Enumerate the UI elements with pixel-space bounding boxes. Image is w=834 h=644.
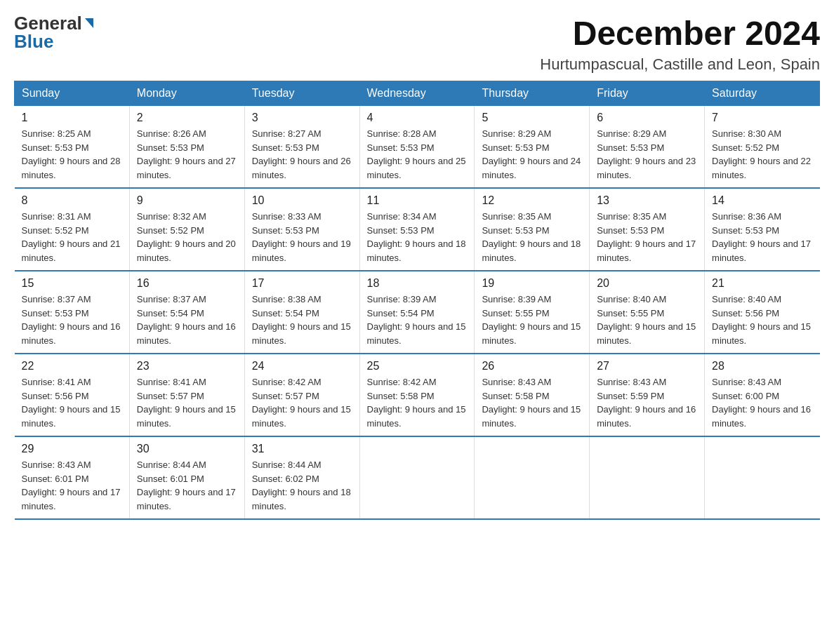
day-info: Sunrise: 8:26 AM Sunset: 5:53 PM Dayligh…: [137, 127, 237, 182]
calendar-day-cell: 8 Sunrise: 8:31 AM Sunset: 5:52 PM Dayli…: [15, 188, 130, 271]
day-info: Sunrise: 8:36 AM Sunset: 5:53 PM Dayligh…: [712, 210, 812, 264]
calendar-day-cell: 13 Sunrise: 8:35 AM Sunset: 5:53 PM Dayl…: [590, 188, 705, 271]
calendar-day-cell: 4 Sunrise: 8:28 AM Sunset: 5:53 PM Dayli…: [359, 106, 475, 189]
calendar-table: SundayMondayTuesdayWednesdayThursdayFrid…: [14, 81, 820, 520]
day-info: Sunrise: 8:33 AM Sunset: 5:53 PM Dayligh…: [252, 210, 352, 264]
calendar-day-cell: 25 Sunrise: 8:42 AM Sunset: 5:58 PM Dayl…: [359, 354, 475, 436]
day-number: 17: [252, 277, 352, 290]
calendar-day-cell: 20 Sunrise: 8:40 AM Sunset: 5:55 PM Dayl…: [590, 271, 705, 354]
calendar-day-cell: 5 Sunrise: 8:29 AM Sunset: 5:53 PM Dayli…: [475, 106, 590, 189]
calendar-day-cell: 14 Sunrise: 8:36 AM Sunset: 5:53 PM Dayl…: [705, 188, 820, 271]
calendar-week-row: 15 Sunrise: 8:37 AM Sunset: 5:53 PM Dayl…: [15, 271, 820, 354]
day-number: 20: [597, 277, 697, 290]
day-number: 21: [712, 277, 812, 290]
calendar-day-cell: 24 Sunrise: 8:42 AM Sunset: 5:57 PM Dayl…: [244, 354, 359, 436]
day-info: Sunrise: 8:39 AM Sunset: 5:54 PM Dayligh…: [367, 293, 468, 347]
logo: General Blue: [14, 14, 93, 51]
day-info: Sunrise: 8:37 AM Sunset: 5:53 PM Dayligh…: [22, 293, 122, 347]
calendar-day-cell: 30 Sunrise: 8:44 AM Sunset: 6:01 PM Dayl…: [129, 436, 244, 519]
day-info: Sunrise: 8:37 AM Sunset: 5:54 PM Dayligh…: [137, 293, 237, 347]
day-number: 12: [482, 194, 582, 207]
calendar-day-cell: 12 Sunrise: 8:35 AM Sunset: 5:53 PM Dayl…: [475, 188, 590, 271]
calendar-week-row: 1 Sunrise: 8:25 AM Sunset: 5:53 PM Dayli…: [15, 106, 820, 189]
day-number: 22: [22, 360, 122, 373]
calendar-day-cell: 3 Sunrise: 8:27 AM Sunset: 5:53 PM Dayli…: [244, 106, 359, 189]
month-title: December 2024: [540, 14, 820, 53]
day-number: 31: [252, 443, 352, 455]
day-info: Sunrise: 8:41 AM Sunset: 5:57 PM Dayligh…: [137, 375, 237, 430]
calendar-day-cell: 28 Sunrise: 8:43 AM Sunset: 6:00 PM Dayl…: [705, 354, 820, 436]
day-info: Sunrise: 8:32 AM Sunset: 5:52 PM Dayligh…: [137, 210, 237, 264]
day-number: 8: [22, 194, 122, 207]
calendar-header-cell: Tuesday: [244, 81, 359, 106]
day-number: 2: [137, 112, 237, 124]
location-title: Hurtumpascual, Castille and Leon, Spain: [540, 55, 820, 74]
calendar-day-cell: [705, 436, 820, 519]
day-number: 4: [367, 112, 468, 124]
day-number: 23: [137, 360, 237, 373]
day-number: 13: [597, 194, 697, 207]
day-info: Sunrise: 8:27 AM Sunset: 5:53 PM Dayligh…: [252, 127, 352, 182]
day-number: 10: [252, 194, 352, 207]
day-number: 26: [482, 360, 582, 373]
calendar-day-cell: 17 Sunrise: 8:38 AM Sunset: 5:54 PM Dayl…: [244, 271, 359, 354]
calendar-day-cell: 18 Sunrise: 8:39 AM Sunset: 5:54 PM Dayl…: [359, 271, 475, 354]
day-info: Sunrise: 8:39 AM Sunset: 5:55 PM Dayligh…: [482, 293, 582, 347]
calendar-day-cell: [475, 436, 590, 519]
calendar-day-cell: 26 Sunrise: 8:43 AM Sunset: 5:58 PM Dayl…: [475, 354, 590, 436]
page-header: General Blue December 2024 Hurtumpascual…: [14, 14, 820, 74]
day-number: 14: [712, 194, 812, 207]
day-number: 28: [712, 360, 812, 373]
calendar-day-cell: 16 Sunrise: 8:37 AM Sunset: 5:54 PM Dayl…: [129, 271, 244, 354]
day-info: Sunrise: 8:41 AM Sunset: 5:56 PM Dayligh…: [22, 375, 122, 430]
day-number: 18: [367, 277, 468, 290]
calendar-day-cell: 31 Sunrise: 8:44 AM Sunset: 6:02 PM Dayl…: [244, 436, 359, 519]
calendar-header-cell: Sunday: [15, 81, 130, 106]
day-number: 1: [22, 112, 122, 124]
day-number: 16: [137, 277, 237, 290]
day-number: 7: [712, 112, 812, 124]
calendar-header-row: SundayMondayTuesdayWednesdayThursdayFrid…: [15, 81, 820, 106]
calendar-day-cell: [590, 436, 705, 519]
calendar-day-cell: 2 Sunrise: 8:26 AM Sunset: 5:53 PM Dayli…: [129, 106, 244, 189]
calendar-day-cell: 11 Sunrise: 8:34 AM Sunset: 5:53 PM Dayl…: [359, 188, 475, 271]
day-info: Sunrise: 8:44 AM Sunset: 6:02 PM Dayligh…: [252, 458, 352, 513]
calendar-week-row: 8 Sunrise: 8:31 AM Sunset: 5:52 PM Dayli…: [15, 188, 820, 271]
day-number: 25: [367, 360, 468, 373]
calendar-body: 1 Sunrise: 8:25 AM Sunset: 5:53 PM Dayli…: [15, 106, 820, 520]
calendar-day-cell: 23 Sunrise: 8:41 AM Sunset: 5:57 PM Dayl…: [129, 354, 244, 436]
calendar-day-cell: 10 Sunrise: 8:33 AM Sunset: 5:53 PM Dayl…: [244, 188, 359, 271]
day-number: 6: [597, 112, 697, 124]
calendar-day-cell: 21 Sunrise: 8:40 AM Sunset: 5:56 PM Dayl…: [705, 271, 820, 354]
calendar-week-row: 22 Sunrise: 8:41 AM Sunset: 5:56 PM Dayl…: [15, 354, 820, 436]
day-info: Sunrise: 8:43 AM Sunset: 5:59 PM Dayligh…: [597, 375, 697, 430]
calendar-header-cell: Thursday: [475, 81, 590, 106]
calendar-day-cell: 1 Sunrise: 8:25 AM Sunset: 5:53 PM Dayli…: [15, 106, 130, 189]
day-info: Sunrise: 8:29 AM Sunset: 5:53 PM Dayligh…: [597, 127, 697, 182]
day-number: 30: [137, 443, 237, 455]
day-info: Sunrise: 8:35 AM Sunset: 5:53 PM Dayligh…: [597, 210, 697, 264]
day-info: Sunrise: 8:42 AM Sunset: 5:58 PM Dayligh…: [367, 375, 468, 430]
day-number: 24: [252, 360, 352, 373]
day-number: 29: [22, 443, 122, 455]
calendar-header-cell: Friday: [590, 81, 705, 106]
day-number: 11: [367, 194, 468, 207]
day-number: 3: [252, 112, 352, 124]
day-info: Sunrise: 8:25 AM Sunset: 5:53 PM Dayligh…: [22, 127, 122, 182]
calendar-week-row: 29 Sunrise: 8:43 AM Sunset: 6:01 PM Dayl…: [15, 436, 820, 519]
calendar-header-cell: Monday: [129, 81, 244, 106]
calendar-header: SundayMondayTuesdayWednesdayThursdayFrid…: [15, 81, 820, 106]
calendar-day-cell: 15 Sunrise: 8:37 AM Sunset: 5:53 PM Dayl…: [15, 271, 130, 354]
day-info: Sunrise: 8:40 AM Sunset: 5:56 PM Dayligh…: [712, 293, 812, 347]
calendar-day-cell: [359, 436, 475, 519]
day-info: Sunrise: 8:44 AM Sunset: 6:01 PM Dayligh…: [137, 458, 237, 513]
day-number: 15: [22, 277, 122, 290]
day-number: 27: [597, 360, 697, 373]
calendar-header-cell: Saturday: [705, 81, 820, 106]
day-info: Sunrise: 8:30 AM Sunset: 5:52 PM Dayligh…: [712, 127, 812, 182]
logo-blue-text: Blue: [14, 32, 53, 51]
day-info: Sunrise: 8:43 AM Sunset: 5:58 PM Dayligh…: [482, 375, 582, 430]
day-number: 9: [137, 194, 237, 207]
calendar-day-cell: 7 Sunrise: 8:30 AM Sunset: 5:52 PM Dayli…: [705, 106, 820, 189]
day-info: Sunrise: 8:42 AM Sunset: 5:57 PM Dayligh…: [252, 375, 352, 430]
